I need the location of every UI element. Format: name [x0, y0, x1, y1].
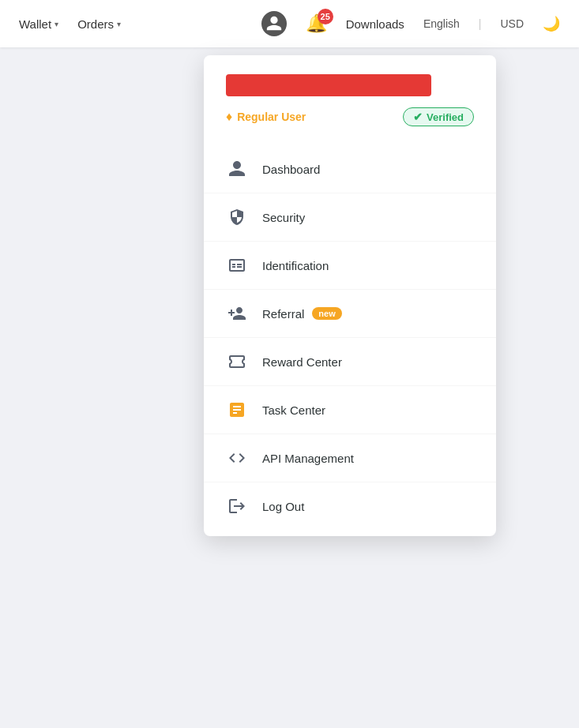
menu-item-logout[interactable]: Log Out [204, 482, 496, 530]
notification-count: 25 [318, 9, 333, 24]
referral-label: Referral new [262, 307, 342, 321]
identification-label: Identification [262, 259, 329, 272]
dark-mode-toggle[interactable]: 🌙 [543, 15, 560, 32]
wallet-nav[interactable]: Wallet ▾ [19, 17, 58, 31]
new-badge: new [312, 307, 341, 320]
ticket-icon [226, 351, 248, 373]
menu-item-task-center[interactable]: Task Center [204, 386, 496, 434]
check-icon: ✔ [413, 111, 423, 123]
orders-nav[interactable]: Orders ▾ [77, 17, 121, 31]
redacted-username-bar [226, 74, 431, 96]
reward-center-label: Reward Center [262, 355, 342, 369]
language-selector[interactable]: English [423, 17, 460, 30]
orders-label: Orders [77, 17, 114, 31]
user-meta: ♦ Regular User ✔ Verified [226, 107, 474, 126]
menu-item-reward-center[interactable]: Reward Center [204, 338, 496, 386]
menu-item-dashboard[interactable]: Dashboard [204, 145, 496, 193]
logout-icon [226, 495, 248, 517]
api-management-label: API Management [262, 452, 354, 465]
api-icon [226, 447, 248, 469]
logout-label: Log Out [262, 500, 304, 513]
shield-icon [226, 206, 248, 228]
wallet-chevron-icon: ▾ [55, 20, 58, 28]
security-label: Security [262, 211, 305, 224]
user-type-badge: ♦ Regular User [226, 110, 306, 124]
menu-item-api-management[interactable]: API Management [204, 434, 496, 482]
user-avatar[interactable] [261, 11, 287, 36]
user-type-label: Regular User [237, 111, 306, 123]
id-card-icon [226, 254, 248, 276]
person-icon [226, 158, 248, 180]
diamond-icon: ♦ [226, 110, 232, 124]
person-add-icon [226, 302, 248, 325]
menu-item-identification[interactable]: Identification [204, 242, 496, 290]
navbar: Wallet ▾ Orders ▾ 🔔 25 Downloads English… [0, 0, 579, 47]
menu-item-security[interactable]: Security [204, 193, 496, 242]
task-center-label: Task Center [262, 403, 325, 417]
menu-list: Dashboard Security Identification Referr… [204, 139, 496, 536]
user-dropdown: ♦ Regular User ✔ Verified Dashboard Secu… [204, 55, 496, 536]
currency-selector[interactable]: USD [500, 17, 524, 30]
orders-chevron-icon: ▾ [117, 20, 121, 28]
notification-bell[interactable]: 🔔 25 [306, 13, 327, 34]
downloads-nav[interactable]: Downloads [346, 17, 404, 31]
task-icon [226, 399, 248, 421]
nav-divider: | [479, 17, 482, 30]
verified-label: Verified [427, 111, 464, 123]
verified-badge: ✔ Verified [403, 107, 474, 126]
menu-item-referral[interactable]: Referral new [204, 290, 496, 338]
dropdown-header: ♦ Regular User ✔ Verified [204, 55, 496, 139]
wallet-label: Wallet [19, 17, 51, 31]
dashboard-label: Dashboard [262, 163, 320, 176]
